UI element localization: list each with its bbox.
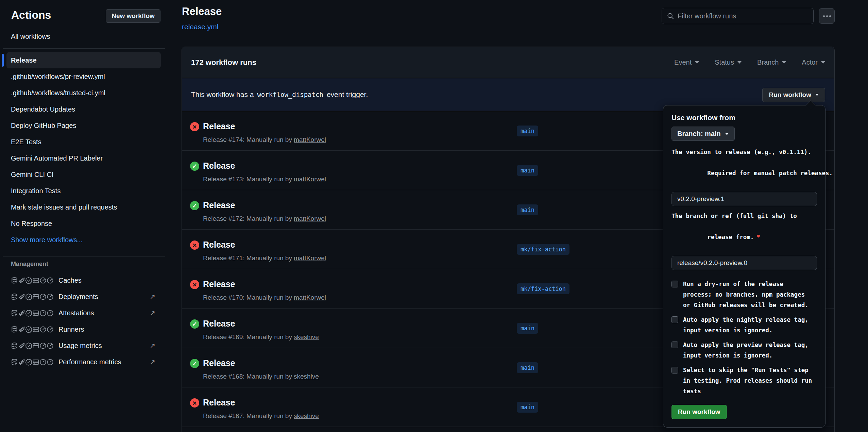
run-description-text: Release #173: Manually run by xyxy=(203,176,292,183)
checkbox-row: Auto apply the nightly release tag,input… xyxy=(671,315,817,336)
run-title-link[interactable]: Release xyxy=(203,240,235,250)
management-item[interactable]: Attestations xyxy=(6,305,161,321)
required-asterisk: * xyxy=(756,234,760,240)
field-description: The branch or ref (full git sha) to xyxy=(671,211,817,221)
checkbox-label: Auto apply the nightly release tag,input… xyxy=(683,315,809,336)
run-workflow-button-label: Run workflow xyxy=(769,91,811,99)
status-icon xyxy=(190,359,199,368)
field-description-text: Required for manual patch releases. xyxy=(707,170,833,177)
sidebar-workflow-item[interactable]: Dependabot Updates xyxy=(6,101,161,117)
branch-selector-label: Branch: main xyxy=(677,130,721,138)
branch-pill[interactable]: mk/fix-action xyxy=(517,283,569,294)
filter-dropdown[interactable]: Status xyxy=(715,59,742,66)
run-title-link[interactable]: Release xyxy=(203,200,235,210)
branch-pill[interactable]: main xyxy=(517,204,538,215)
run-title-link[interactable]: Release xyxy=(203,279,235,289)
run-title-link[interactable]: Release xyxy=(203,398,235,408)
caches-icon xyxy=(11,293,18,300)
sidebar-title: Actions xyxy=(11,9,51,21)
run-title-link[interactable]: Release xyxy=(203,358,235,368)
management-item[interactable]: Usage metrics xyxy=(6,337,161,354)
workflow-item-label: Dependabot Updates xyxy=(11,105,75,113)
checkbox-label: Auto apply the preview release tag,input… xyxy=(683,340,809,361)
filter-dropdown[interactable]: Event xyxy=(674,59,699,66)
sidebar-workflow-item[interactable]: Mark stale issues and pull requests xyxy=(6,199,161,215)
status-icon xyxy=(190,201,199,210)
new-workflow-button[interactable]: New workflow xyxy=(106,9,160,23)
meter-icon xyxy=(39,342,47,349)
branch-pill[interactable]: main xyxy=(517,165,538,176)
workflow-input[interactable] xyxy=(671,192,817,206)
branch-pill[interactable]: main xyxy=(517,323,538,334)
branch-pill[interactable]: mk/fix-action xyxy=(517,244,569,255)
run-actor-link[interactable]: mattKorwel xyxy=(294,254,326,262)
run-description-text: Release #168: Manually run by xyxy=(203,373,292,380)
sidebar-workflow-item[interactable]: Deploy GitHub Pages xyxy=(6,117,161,134)
show-more-workflows-link[interactable]: Show more workflows... xyxy=(6,232,161,248)
sidebar-workflow-item[interactable]: Gemini CLI CI xyxy=(6,166,161,183)
external-link-icon xyxy=(150,358,155,366)
sidebar-workflow-item[interactable]: .github/workflows/trusted-ci.yml xyxy=(6,85,161,101)
actions-sidebar: Actions New workflow All workflows Relea… xyxy=(0,0,169,432)
server-icon xyxy=(32,277,39,284)
filter-label: Branch xyxy=(757,59,779,66)
search-input[interactable] xyxy=(678,12,809,20)
run-actor-link[interactable]: mattKorwel xyxy=(294,176,326,183)
run-description-text: Release #174: Manually run by xyxy=(203,136,292,143)
run-actor-link[interactable]: skeshive xyxy=(294,373,319,380)
management-item[interactable]: Caches xyxy=(6,272,161,288)
sidebar-workflow-item[interactable]: Release xyxy=(6,52,161,68)
management-item[interactable]: Runners xyxy=(6,321,161,337)
run-actor-link[interactable]: mattKorwel xyxy=(294,136,326,143)
checkbox[interactable] xyxy=(671,316,678,323)
verified-icon xyxy=(25,342,32,349)
workflow-file-link[interactable]: release.yml xyxy=(182,23,218,31)
sidebar-workflow-item[interactable]: E2E Tests xyxy=(6,134,161,150)
meter-icon xyxy=(47,293,54,300)
meter-icon xyxy=(47,342,54,349)
checkbox[interactable] xyxy=(671,367,678,373)
run-actor-link[interactable]: skeshive xyxy=(294,412,319,419)
sidebar-workflow-item[interactable]: Integration Tests xyxy=(6,183,161,199)
run-actor-link[interactable]: mattKorwel xyxy=(294,294,326,301)
sidebar-workflow-item[interactable]: .github/workflows/pr-review.yml xyxy=(6,68,161,85)
status-icon xyxy=(190,280,199,289)
run-workflow-submit-button[interactable]: Run workflow xyxy=(671,405,727,419)
management-item[interactable]: Deployments xyxy=(6,288,161,305)
external-link-icon xyxy=(150,293,155,301)
filter-runs-search[interactable] xyxy=(662,8,814,24)
filter-dropdown[interactable]: Branch xyxy=(757,59,786,66)
runs-panel-header: 172 workflow runs Event Status Branch xyxy=(182,47,834,78)
checkbox[interactable] xyxy=(671,342,678,348)
sidebar-workflow-item[interactable]: Gemini Automated PR Labeler xyxy=(6,150,161,166)
sidebar-workflow-item[interactable]: No Response xyxy=(6,215,161,232)
run-workflow-dropdown-button[interactable]: Run workflow xyxy=(762,88,825,102)
page-title: Release xyxy=(182,5,222,18)
branch-pill[interactable]: main xyxy=(517,362,538,373)
workflow-item-label: Release xyxy=(11,56,37,64)
meter-icon xyxy=(47,326,54,333)
sidebar-item-all-workflows[interactable]: All workflows xyxy=(6,29,161,44)
run-title-link[interactable]: Release xyxy=(203,161,235,171)
workflow-item-label: Deploy GitHub Pages xyxy=(11,122,76,130)
branch-pill[interactable]: main xyxy=(517,126,538,136)
workflow-input[interactable] xyxy=(671,256,817,270)
run-title-link[interactable]: Release xyxy=(203,121,235,131)
run-actor-link[interactable]: mattKorwel xyxy=(294,215,326,222)
run-actor-link[interactable]: skeshive xyxy=(294,333,319,340)
next-row-divider xyxy=(182,427,834,432)
management-header: Management xyxy=(11,261,48,268)
branch-pill[interactable]: main xyxy=(517,402,538,413)
banner-text: event trigger. xyxy=(327,90,368,99)
status-icon xyxy=(190,319,199,329)
run-title-link[interactable]: Release xyxy=(203,319,235,329)
workflow-list: Release .github/workflows/pr-review.yml … xyxy=(6,52,161,232)
runs-count: 172 workflow runs xyxy=(191,58,256,67)
management-item-label: Attestations xyxy=(58,309,94,317)
page-kebab-menu-button[interactable] xyxy=(819,8,835,24)
management-item[interactable]: Performance metrics xyxy=(6,354,161,370)
checkbox-label: Run a dry-run of the releaseprocess; no … xyxy=(683,279,809,311)
checkbox[interactable] xyxy=(671,281,678,287)
filter-dropdown[interactable]: Actor xyxy=(802,59,825,66)
branch-selector-button[interactable]: Branch: main xyxy=(671,127,735,141)
